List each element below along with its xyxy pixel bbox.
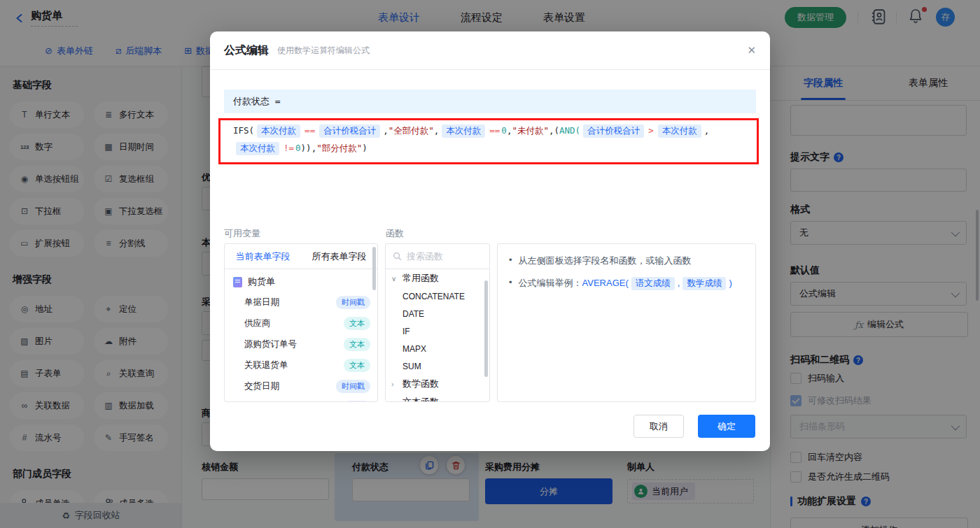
- field-chip[interactable]: 本次付款: [257, 124, 300, 138]
- function-tree: ∨常用函数CONCATENATEDATEIFMAPXSUM›数学函数›文本函数: [386, 269, 489, 402]
- function-item[interactable]: CONCATENATE: [386, 287, 489, 305]
- search-icon: [393, 252, 402, 261]
- form-tree-root[interactable]: 购货单: [225, 272, 377, 292]
- formula-help-panel: 从左侧面板选择字段名和函数，或输入函数 公式编辑举例：AVERAGE(语文成绩,…: [497, 243, 756, 402]
- tab-current-form-fields[interactable]: 当前表单字段: [225, 244, 301, 269]
- function-item[interactable]: IF: [386, 322, 489, 340]
- functions-label: 函数: [386, 227, 404, 240]
- formula-token: 0: [501, 125, 507, 136]
- formula-token: ): [362, 143, 368, 153]
- function-group-expanded[interactable]: ∨常用函数: [386, 269, 489, 287]
- formula-token: ,: [704, 125, 710, 136]
- search-placeholder: 搜索函数: [407, 250, 443, 263]
- formula-token: !=: [284, 143, 294, 153]
- scrollbar[interactable]: [484, 280, 488, 377]
- variable-row[interactable]: 源购货订单号文本: [225, 334, 377, 355]
- type-badge: 文本: [344, 317, 370, 330]
- formula-token: ,(: [549, 125, 559, 136]
- variable-name: 交货日期: [244, 380, 279, 392]
- formula-token: AND(: [559, 125, 580, 136]
- function-search-input[interactable]: 搜索函数: [386, 244, 489, 269]
- formula-token: )),: [301, 143, 317, 153]
- type-badge: 文本: [344, 338, 370, 351]
- field-chip[interactable]: 本次付款: [658, 124, 701, 138]
- functions-panel: 搜索函数 ∨常用函数CONCATENATEDATEIFMAPXSUM›数学函数›…: [385, 243, 490, 402]
- formula-token: ==: [489, 125, 500, 136]
- function-group-label: 常用函数: [402, 272, 439, 285]
- bullet-icon: [509, 276, 512, 290]
- formula-token: ,: [383, 125, 388, 136]
- type-badge: 数组: [344, 401, 370, 403]
- dialog-title: 公式编辑: [224, 43, 269, 58]
- field-chip[interactable]: 合计价税合计: [583, 124, 644, 138]
- tip-line: 从左侧面板选择字段名和函数，或输入函数: [509, 254, 744, 268]
- variable-row[interactable]: 单据日期时间戳: [225, 292, 377, 313]
- example-field-chip: 语文成绩: [631, 277, 675, 290]
- field-chip[interactable]: 本次付款: [236, 142, 279, 155]
- variable-name: 供应商: [244, 317, 271, 329]
- formula-token: ==: [304, 125, 315, 136]
- variable-row[interactable]: 购货明细.商品条形码数组: [225, 397, 377, 402]
- example-field-chip: 数学成绩: [682, 277, 726, 290]
- confirm-button[interactable]: 确定: [698, 415, 755, 438]
- field-chip[interactable]: 合计价税合计: [319, 124, 380, 138]
- formula-token: >: [648, 125, 654, 136]
- field-chip[interactable]: 本次付款: [442, 124, 485, 138]
- function-group-collapsed[interactable]: ›文本函数: [386, 393, 489, 402]
- formula-target-bar: 付款状态 =: [224, 90, 756, 113]
- function-group-collapsed[interactable]: ›数学函数: [386, 375, 489, 393]
- variables-label: 可用变量: [224, 227, 260, 240]
- tip-example-line: 公式编辑举例：AVERAGE(语文成绩,数学成绩): [509, 276, 744, 290]
- chevron-down-icon: ∨: [391, 275, 398, 283]
- bullet-icon: [509, 253, 512, 267]
- form-doc-icon: [233, 277, 242, 287]
- type-badge: 时间戳: [336, 380, 370, 393]
- type-badge: 时间戳: [336, 296, 370, 309]
- function-group-label: 文本函数: [402, 396, 439, 402]
- variable-row[interactable]: 交货日期时间戳: [225, 376, 377, 397]
- cancel-button[interactable]: 取消: [634, 415, 684, 438]
- chevron-right-icon: ›: [391, 380, 398, 388]
- formula-token: ,: [434, 125, 440, 136]
- function-item[interactable]: MAPX: [386, 340, 489, 357]
- variable-name: 关联退货单: [244, 359, 288, 371]
- dialog-subtitle: 使用数学运算符编辑公式: [277, 45, 370, 57]
- tab-all-form-fields[interactable]: 所有表单字段: [301, 244, 377, 269]
- formula-token: "全部付款": [388, 125, 434, 136]
- formula-token: IFS(: [233, 125, 254, 136]
- function-item[interactable]: DATE: [386, 305, 489, 322]
- variable-name: 源购货订单号: [244, 338, 297, 350]
- formula-editor[interactable]: IFS(本次付款==合计价税合计,"全部付款",本次付款==0,"未付款",(A…: [224, 115, 756, 220]
- formula-token: 0: [295, 143, 301, 153]
- formula-token: "部分付款": [316, 143, 362, 153]
- variables-panel: 当前表单字段 所有表单字段 购货单 单据日期时间戳供应商文本源购货订单号文本关联…: [224, 243, 378, 402]
- formula-edit-dialog: 公式编辑 使用数学运算符编辑公式 付款状态 = IFS(本次付款==合计价税合计…: [210, 31, 770, 451]
- scrollbar[interactable]: [372, 247, 376, 290]
- variable-row[interactable]: 关联退货单文本: [225, 355, 377, 376]
- type-badge: 文本: [344, 359, 370, 372]
- variable-list: 单据日期时间戳供应商文本源购货订单号文本关联退货单文本交货日期时间戳购货明细.商…: [225, 292, 377, 402]
- chevron-right-icon: ›: [391, 399, 398, 403]
- variable-name: 购货明细.商品条形码: [244, 401, 326, 403]
- close-icon[interactable]: [747, 44, 756, 57]
- formula-token: "未付款": [512, 125, 549, 136]
- variable-name: 单据日期: [244, 297, 279, 308]
- function-group-label: 数学函数: [402, 378, 439, 390]
- variable-row[interactable]: 供应商文本: [225, 313, 377, 334]
- function-item[interactable]: SUM: [386, 357, 489, 375]
